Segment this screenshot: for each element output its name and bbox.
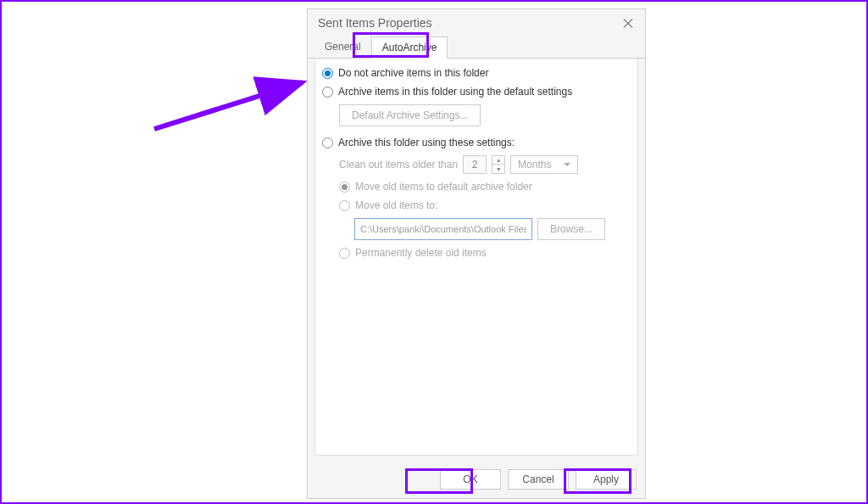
radio-icon — [339, 248, 350, 259]
tab-general[interactable]: General — [314, 36, 371, 58]
clean-out-row: Clean out items older than ▲ ▼ Months — [322, 155, 631, 174]
clean-out-label: Clean out items older than — [339, 159, 458, 171]
radio-do-not-archive[interactable]: Do not archive items in this folder — [322, 67, 631, 79]
apply-button[interactable]: Apply — [576, 469, 637, 490]
clean-out-value-input[interactable] — [463, 155, 487, 174]
unit-dropdown[interactable]: Months — [510, 155, 578, 174]
ok-button[interactable]: OK — [440, 469, 501, 490]
radio-label: Archive this folder using these settings… — [338, 137, 515, 148]
radio-icon — [322, 68, 333, 79]
radio-label: Archive items in this folder using the d… — [338, 86, 572, 98]
close-icon[interactable] — [621, 16, 635, 30]
radio-archive-default[interactable]: Archive items in this folder using the d… — [322, 86, 631, 98]
archive-path-input[interactable] — [354, 218, 532, 240]
radio-icon — [339, 182, 350, 193]
dropdown-value: Months — [518, 159, 551, 171]
tab-content: Do not archive items in this folder Arch… — [314, 59, 638, 456]
spinner-down-icon[interactable]: ▼ — [492, 165, 504, 173]
svg-line-1 — [154, 82, 303, 129]
spinner-up-icon[interactable]: ▲ — [492, 156, 504, 165]
path-row: Browse... — [322, 218, 631, 240]
radio-label: Move old items to: — [355, 199, 437, 211]
radio-label: Permanently delete old items — [355, 247, 487, 259]
properties-dialog: Sent Items Properties General AutoArchiv… — [307, 8, 646, 499]
cancel-button[interactable]: Cancel — [508, 469, 569, 490]
radio-icon — [322, 87, 333, 98]
browse-button[interactable]: Browse... — [537, 218, 605, 240]
radio-permanently-delete[interactable]: Permanently delete old items — [322, 247, 631, 259]
radio-icon — [339, 200, 350, 211]
titlebar: Sent Items Properties — [308, 9, 645, 36]
radio-label: Do not archive items in this folder — [338, 67, 488, 79]
spinner[interactable]: ▲ ▼ — [492, 155, 505, 174]
radio-label: Move old items to default archive folder — [355, 181, 532, 193]
radio-archive-custom[interactable]: Archive this folder using these settings… — [322, 137, 631, 148]
dialog-title: Sent Items Properties — [318, 16, 432, 30]
tab-autoarchive[interactable]: AutoArchive — [371, 36, 448, 59]
radio-move-default[interactable]: Move old items to default archive folder — [322, 181, 631, 193]
radio-icon — [322, 137, 333, 148]
annotation-arrow — [150, 53, 320, 137]
tab-bar: General AutoArchive — [308, 36, 645, 59]
radio-move-to[interactable]: Move old items to: — [322, 199, 631, 211]
default-archive-settings-button[interactable]: Default Archive Settings... — [339, 104, 481, 126]
dialog-buttons: OK Cancel Apply — [308, 462, 645, 498]
